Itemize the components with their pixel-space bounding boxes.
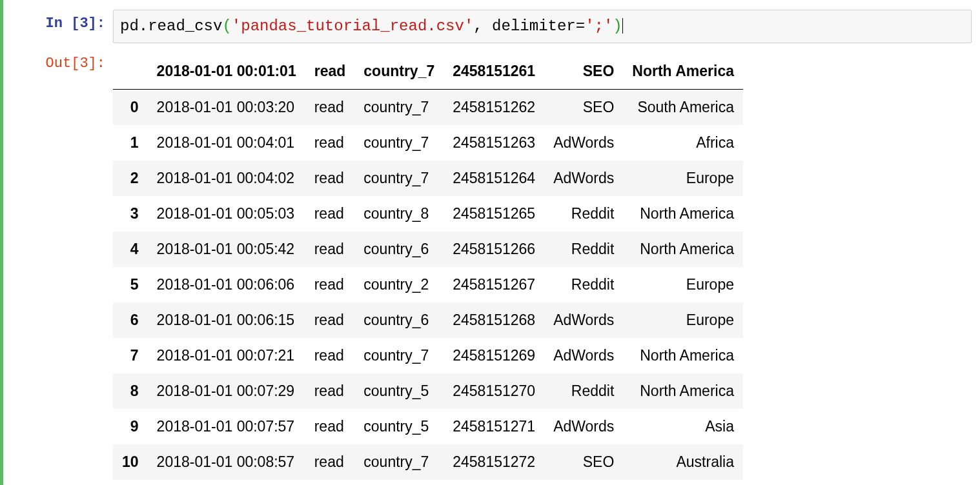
code-input-area[interactable]: pd.read_csv('pandas_tutorial_read.csv', … [113, 10, 972, 43]
cell: Reddit [544, 196, 623, 232]
input-prompt-label: In [3]: [46, 15, 105, 32]
cell: 2018-01-01 00:04:01 [148, 125, 305, 161]
cell: Reddit [544, 373, 623, 409]
code-token-string-delim: ';' [585, 17, 613, 35]
table-row: 4 2018-01-01 00:05:42 read country_6 245… [113, 232, 743, 267]
table-header: 2018-01-01 00:01:01 read country_7 24581… [113, 54, 743, 90]
cell: read [305, 267, 355, 302]
code-token-paren-open: ( [222, 17, 231, 35]
row-index: 2 [113, 161, 148, 196]
cell: Asia [623, 409, 743, 444]
cell: 2018-01-01 00:03:20 [148, 90, 305, 126]
col-header: North America [623, 54, 743, 90]
cell: 2018-01-01 00:06:06 [148, 267, 305, 302]
cell: 2018-01-01 00:04:02 [148, 161, 305, 196]
code-token-paren-close: ) [613, 17, 622, 35]
cell: 2018-01-01 00:07:57 [148, 409, 305, 444]
cell: AdWords [544, 338, 623, 373]
cell: Europe [623, 161, 743, 196]
row-index: 6 [113, 302, 148, 338]
row-index: 10 [113, 444, 148, 480]
row-index: 1 [113, 125, 148, 161]
row-index: 4 [113, 232, 148, 267]
table-row: 10 2018-01-01 00:08:57 read country_7 24… [113, 444, 743, 480]
output-prompt-area: Out[3]: [3, 50, 113, 480]
output-prompt-label: Out[3]: [46, 55, 105, 72]
cell: 2458151271 [444, 409, 544, 444]
cell: 2458151270 [444, 373, 544, 409]
cell: read [305, 196, 355, 232]
cell: North America [623, 338, 743, 373]
cell: Europe [623, 302, 743, 338]
cell: read [305, 302, 355, 338]
col-header: 2458151261 [444, 54, 544, 90]
cell: North America [623, 232, 743, 267]
cell: 2458151265 [444, 196, 544, 232]
output-cell: Out[3]: 2018-01-01 00:01:01 read country… [3, 46, 974, 483]
table-row: 3 2018-01-01 00:05:03 read country_8 245… [113, 196, 743, 232]
cell: read [305, 232, 355, 267]
table-row: 8 2018-01-01 00:07:29 read country_5 245… [113, 373, 743, 409]
col-header: SEO [544, 54, 623, 90]
cell: 2018-01-01 00:08:57 [148, 444, 305, 480]
cell: AdWords [544, 161, 623, 196]
table-row: 2 2018-01-01 00:04:02 read country_7 245… [113, 161, 743, 196]
cell: Reddit [544, 267, 623, 302]
cell: 2018-01-01 00:05:03 [148, 196, 305, 232]
table-body: 0 2018-01-01 00:03:20 read country_7 245… [113, 90, 743, 480]
cell: country_8 [354, 196, 444, 232]
code-token-func: pd.read_csv [120, 17, 222, 35]
cell: SEO [544, 444, 623, 480]
row-index: 3 [113, 196, 148, 232]
cell: country_6 [354, 302, 444, 338]
cell: read [305, 409, 355, 444]
input-prompt-area: In [3]: [3, 10, 113, 43]
row-index: 0 [113, 90, 148, 126]
cell: country_7 [354, 90, 444, 126]
table-header-row: 2018-01-01 00:01:01 read country_7 24581… [113, 54, 743, 90]
cell: 2458151262 [444, 90, 544, 126]
cell: 2458151268 [444, 302, 544, 338]
cell: 2018-01-01 00:06:15 [148, 302, 305, 338]
col-header: 2018-01-01 00:01:01 [148, 54, 305, 90]
row-index: 7 [113, 338, 148, 373]
cell: North America [623, 373, 743, 409]
cursor-icon [622, 18, 623, 34]
cell: AdWords [544, 125, 623, 161]
notebook-cell-container: In [3]: pd.read_csv('pandas_tutorial_rea… [0, 0, 980, 485]
cell: 2458151264 [444, 161, 544, 196]
cell: Europe [623, 267, 743, 302]
cell: 2458151267 [444, 267, 544, 302]
cell: 2018-01-01 00:07:21 [148, 338, 305, 373]
cell: 2018-01-01 00:07:29 [148, 373, 305, 409]
cell: read [305, 338, 355, 373]
table-row: 6 2018-01-01 00:06:15 read country_6 245… [113, 302, 743, 338]
code-editor[interactable]: pd.read_csv('pandas_tutorial_read.csv', … [113, 10, 972, 43]
row-index: 8 [113, 373, 148, 409]
cell: country_7 [354, 161, 444, 196]
cell: SEO [544, 90, 623, 126]
code-token-string-filename: 'pandas_tutorial_read.csv' [232, 17, 473, 35]
input-cell: In [3]: pd.read_csv('pandas_tutorial_rea… [3, 6, 974, 46]
cell: 2458151272 [444, 444, 544, 480]
row-index: 5 [113, 267, 148, 302]
cell: country_7 [354, 338, 444, 373]
cell: read [305, 90, 355, 126]
cell: Reddit [544, 232, 623, 267]
cell: 2458151266 [444, 232, 544, 267]
cell: read [305, 373, 355, 409]
code-token-args: , delimiter= [473, 17, 585, 35]
table-row: 9 2018-01-01 00:07:57 read country_5 245… [113, 409, 743, 444]
cell: country_5 [354, 373, 444, 409]
cell: country_6 [354, 232, 444, 267]
cell: country_5 [354, 409, 444, 444]
table-row: 0 2018-01-01 00:03:20 read country_7 245… [113, 90, 743, 126]
cell: Africa [623, 125, 743, 161]
cell: AdWords [544, 302, 623, 338]
cell: country_7 [354, 125, 444, 161]
row-index: 9 [113, 409, 148, 444]
cell: country_7 [354, 444, 444, 480]
cell: AdWords [544, 409, 623, 444]
table-row: 5 2018-01-01 00:06:06 read country_2 245… [113, 267, 743, 302]
cell: read [305, 161, 355, 196]
